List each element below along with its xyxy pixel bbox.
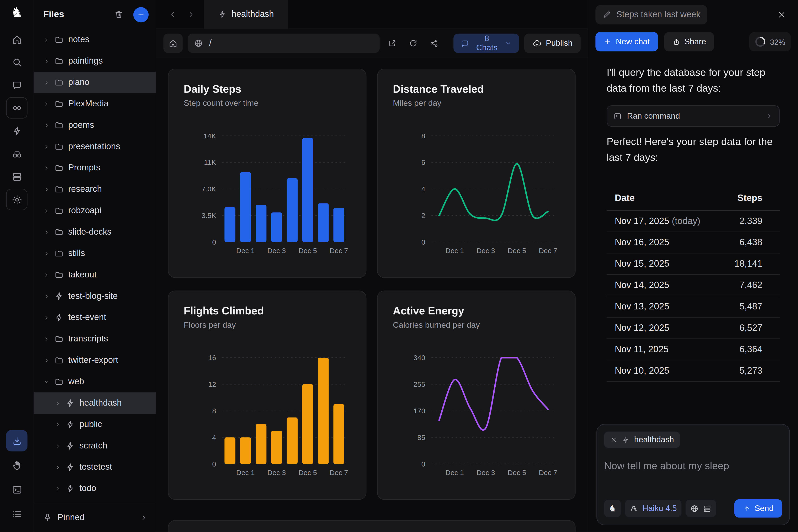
trash-icon	[114, 10, 124, 20]
file-tree-item-stills[interactable]: stills	[34, 243, 156, 264]
forward-button[interactable]	[182, 5, 200, 23]
cell-date: Nov 12, 2025	[607, 317, 723, 339]
assistant-message: Perfect! Here's your step data for the l…	[607, 134, 780, 166]
file-tree-item-todo[interactable]: todo	[34, 478, 156, 499]
close-panel-button[interactable]	[773, 5, 791, 24]
new-chat-button[interactable]: New chat	[595, 32, 658, 51]
new-file-button[interactable]	[133, 7, 149, 22]
file-tree-item-transcripts[interactable]: transcripts	[34, 328, 156, 350]
file-tree: notespaintingspianoPlexMediapoemspresent…	[34, 29, 156, 503]
tab-healthdash[interactable]: healthdash	[204, 0, 288, 29]
table-row: Nov 11, 20256,364	[607, 339, 780, 360]
chat-title[interactable]: Steps taken last week	[595, 5, 708, 24]
cell-date: Nov 13, 2025	[607, 296, 723, 317]
model-selector[interactable]: Haiku 4.5	[625, 500, 681, 517]
file-tree-item-healthdash[interactable]: healthdash	[34, 392, 156, 414]
file-tree-item-presentations[interactable]: presentations	[34, 136, 156, 157]
stack-button[interactable]	[6, 166, 27, 187]
trash-button[interactable]	[111, 7, 126, 22]
svg-text:Dec 7: Dec 7	[539, 247, 557, 254]
file-item-label: robzoapi	[68, 206, 101, 216]
address-bar[interactable]: /	[188, 34, 379, 53]
file-tree-item-notes[interactable]: notes	[34, 29, 156, 51]
file-tree-item-PlexMedia[interactable]: PlexMedia	[34, 93, 156, 114]
file-tree-item-test-event[interactable]: test-event	[34, 307, 156, 328]
file-item-label: poems	[68, 120, 94, 130]
publish-button[interactable]: Publish	[524, 34, 581, 53]
column-date: Date	[607, 188, 723, 210]
chat-title-label: Steps taken last week	[616, 10, 701, 20]
files-header: Files	[34, 0, 156, 29]
refresh-button[interactable]	[405, 35, 421, 51]
folder-icon	[54, 270, 63, 279]
cell-steps: 18,141	[723, 253, 779, 274]
cell-date: Nov 14, 2025	[607, 274, 723, 296]
composer[interactable]: healthdash Now tell me about my sleep ♞ …	[596, 424, 790, 525]
gear-button[interactable]	[6, 189, 27, 210]
infinity-button[interactable]	[6, 97, 27, 119]
search-button[interactable]	[6, 51, 27, 73]
svg-text:16: 16	[208, 354, 216, 362]
file-tree-item-public[interactable]: public	[34, 414, 156, 435]
composer-input[interactable]: Now tell me about my sleep	[604, 460, 782, 499]
svg-text:Dec 1: Dec 1	[236, 247, 255, 254]
bolt-button[interactable]	[6, 120, 27, 141]
chats-button[interactable]	[6, 74, 27, 96]
file-tree-item-testetest[interactable]: testetest	[34, 457, 156, 478]
folder-icon	[54, 377, 63, 386]
card-title: Active Energy	[393, 304, 560, 317]
card-active-energy: Active Energy Calories burned per day 08…	[377, 290, 576, 500]
context-chip[interactable]: healthdash	[604, 432, 680, 448]
svg-text:8: 8	[212, 407, 216, 415]
back-button[interactable]	[163, 5, 182, 23]
file-item-label: test-blog-site	[68, 291, 118, 301]
arrow-up-icon	[743, 505, 750, 512]
file-tree-item-takeout[interactable]: takeout	[34, 264, 156, 286]
home-button[interactable]	[6, 28, 27, 50]
send-button[interactable]: Send	[734, 499, 782, 517]
terminal-button[interactable]	[6, 479, 27, 500]
file-tree-item-web[interactable]: web	[34, 371, 156, 392]
hand-icon	[12, 460, 22, 471]
chats-dropdown[interactable]: 8 Chats	[453, 34, 519, 53]
file-item-label: test-event	[68, 312, 106, 323]
table-row: Nov 10, 20255,273	[607, 360, 780, 382]
svg-text:12: 12	[208, 380, 216, 388]
files-panel: Files notespaintingspianoPlexMediapoemsp…	[34, 0, 156, 532]
svg-text:Dec 7: Dec 7	[329, 469, 348, 476]
remove-chip-icon[interactable]	[610, 436, 617, 443]
hand-button[interactable]	[6, 455, 27, 476]
home-icon	[12, 34, 22, 44]
list-button[interactable]	[6, 503, 27, 525]
globe-icon	[690, 504, 699, 513]
file-tree-item-poems[interactable]: poems	[34, 114, 156, 136]
svg-text:Dec 3: Dec 3	[267, 469, 286, 476]
tools-button[interactable]	[685, 500, 716, 517]
file-item-label: transcripts	[68, 334, 108, 344]
file-tree-item-scratch[interactable]: scratch	[34, 435, 156, 457]
chevron-left-icon	[168, 10, 177, 19]
folder-icon	[54, 142, 63, 151]
card-subtitle: Miles per day	[393, 98, 560, 109]
share-page-button[interactable]	[426, 35, 442, 51]
pinned-row[interactable]: Pinned	[34, 503, 156, 532]
download-button[interactable]	[6, 430, 27, 451]
binoculars-button[interactable]	[6, 143, 27, 164]
file-tree-item-paintings[interactable]: paintings	[34, 50, 156, 72]
file-tree-item-robzoapi[interactable]: robzoapi	[34, 200, 156, 221]
file-tree-item-piano[interactable]: piano	[34, 72, 156, 93]
file-tree-item-test-blog-site[interactable]: test-blog-site	[34, 286, 156, 307]
svg-text:Dec 7: Dec 7	[329, 247, 348, 254]
open-external-button[interactable]	[385, 35, 400, 51]
chat-icon	[460, 39, 469, 48]
home-button[interactable]	[163, 34, 183, 53]
card-subtitle: Step count over time	[184, 98, 350, 109]
file-tree-item-slide-decks[interactable]: slide-decks	[34, 221, 156, 243]
file-tree-item-twitter-export[interactable]: twitter-export	[34, 349, 156, 371]
file-tree-item-research[interactable]: research	[34, 179, 156, 200]
chevron-right-icon	[43, 79, 50, 86]
workspace-button[interactable]: ♞	[604, 500, 621, 517]
file-tree-item-Prompts[interactable]: Prompts	[34, 157, 156, 179]
share-button[interactable]: Share	[664, 32, 714, 51]
ran-command-button[interactable]: Ran command	[607, 106, 780, 127]
